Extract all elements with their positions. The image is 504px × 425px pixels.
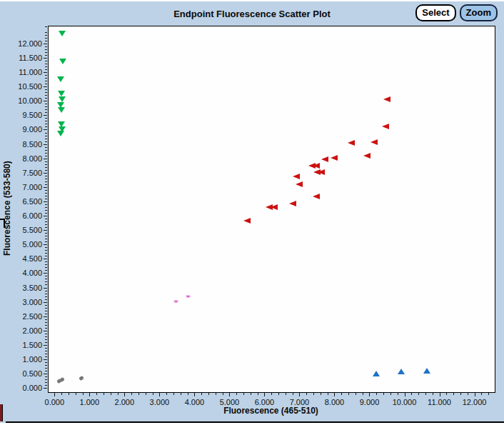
axis-tick xyxy=(45,210,47,211)
axis-tick xyxy=(45,204,47,205)
axis-tick xyxy=(45,49,47,50)
axis-tick xyxy=(45,92,47,93)
axis-tick xyxy=(418,393,419,395)
axis-tick xyxy=(45,133,47,134)
axis-tick xyxy=(45,75,47,76)
axis-tick xyxy=(390,393,391,395)
axis-tick xyxy=(45,84,47,84)
top-edge-strip xyxy=(0,0,504,1)
axis-tick xyxy=(45,296,47,297)
axis-tick xyxy=(45,141,47,142)
data-point-marker-red-samples xyxy=(296,181,303,187)
select-mode-button[interactable]: Select xyxy=(415,4,455,21)
axis-tick xyxy=(45,351,47,351)
axis-tick xyxy=(433,393,433,395)
axis-tick xyxy=(45,41,47,41)
zoom-mode-button[interactable]: Zoom xyxy=(460,4,498,21)
axis-tick xyxy=(45,150,47,151)
axis-tick xyxy=(45,362,47,363)
y-tick-label: 1.500 xyxy=(9,341,42,349)
axis-tick xyxy=(45,368,47,369)
axis-tick xyxy=(104,393,104,395)
axis-tick xyxy=(45,38,47,39)
axis-tick xyxy=(45,106,47,107)
axis-tick xyxy=(208,393,209,395)
axis-tick xyxy=(45,334,47,334)
y-tick-label: 3.500 xyxy=(9,284,42,292)
axis-tick xyxy=(45,109,47,110)
axis-tick xyxy=(264,393,265,396)
axis-tick xyxy=(44,244,47,245)
axis-tick xyxy=(45,184,47,185)
axis-tick xyxy=(44,173,47,174)
axis-tick xyxy=(146,393,146,395)
axis-tick xyxy=(45,219,47,219)
y-tick-label: 8.500 xyxy=(9,140,42,149)
axis-tick xyxy=(321,393,321,395)
axis-tick xyxy=(45,161,47,162)
y-tick-label: 5.500 xyxy=(9,226,42,234)
y-tick-label: 12.000 xyxy=(9,39,42,48)
axis-tick xyxy=(45,104,47,104)
data-point-marker-green-samples xyxy=(58,107,65,113)
axis-tick xyxy=(348,393,349,395)
data-point-marker-red-samples xyxy=(383,96,390,102)
data-point-marker-green-samples xyxy=(57,131,64,136)
axis-tick xyxy=(45,147,47,148)
left-edge-window-artifact xyxy=(0,219,5,228)
axis-tick xyxy=(124,393,125,396)
axis-tick xyxy=(236,393,237,395)
y-tick-label: 2.000 xyxy=(9,326,42,335)
data-point-marker-red-samples xyxy=(313,194,320,199)
y-tick-label: 10.500 xyxy=(9,82,42,91)
axis-tick xyxy=(299,393,300,396)
y-tick-label: 0.000 xyxy=(9,384,42,392)
data-point-marker-red-samples xyxy=(348,140,355,146)
axis-tick xyxy=(446,393,447,395)
axis-tick xyxy=(45,164,47,165)
axis-tick xyxy=(411,393,412,395)
y-tick-label: 9.500 xyxy=(9,111,42,119)
axis-tick xyxy=(44,259,47,259)
data-point-marker-red-samples xyxy=(371,139,378,145)
axis-tick xyxy=(138,393,139,395)
axis-tick xyxy=(54,393,55,396)
axis-tick xyxy=(44,316,47,317)
data-point-marker-pink-faint-samples xyxy=(186,295,191,298)
axis-tick xyxy=(44,115,47,116)
axis-tick xyxy=(44,331,47,331)
axis-tick xyxy=(258,393,258,395)
axis-tick xyxy=(96,393,97,395)
axis-tick xyxy=(45,284,47,285)
smudge-core xyxy=(175,301,177,302)
axis-tick xyxy=(45,261,47,262)
axis-tick xyxy=(45,233,47,234)
y-tick-label: 5.000 xyxy=(9,240,42,249)
axis-tick xyxy=(44,359,47,360)
axis-tick xyxy=(251,393,251,395)
axis-tick xyxy=(271,393,272,395)
axis-tick xyxy=(45,221,47,222)
axis-tick xyxy=(45,356,47,357)
axis-tick xyxy=(44,201,47,202)
axis-tick xyxy=(45,311,47,311)
smudge-core xyxy=(187,296,189,297)
axis-tick xyxy=(45,121,47,121)
axis-tick xyxy=(45,118,47,119)
axis-tick xyxy=(425,393,426,395)
axis-tick xyxy=(306,393,307,395)
scatter-plot-canvas[interactable] xyxy=(48,26,495,393)
x-axis-title: Fluorescence (465-510) xyxy=(48,406,494,416)
bottom-left-window-artifact xyxy=(0,404,3,421)
axis-tick xyxy=(44,302,47,303)
axis-tick xyxy=(45,190,47,191)
axis-tick xyxy=(76,393,76,395)
axis-tick xyxy=(481,393,482,395)
y-tick-label: 8.000 xyxy=(9,154,42,163)
axis-tick xyxy=(173,393,174,395)
axis-tick xyxy=(440,393,440,396)
data-point-marker-red-samples xyxy=(331,155,338,161)
axis-tick xyxy=(45,89,47,90)
axis-tick xyxy=(45,253,47,254)
axis-tick xyxy=(45,325,47,326)
